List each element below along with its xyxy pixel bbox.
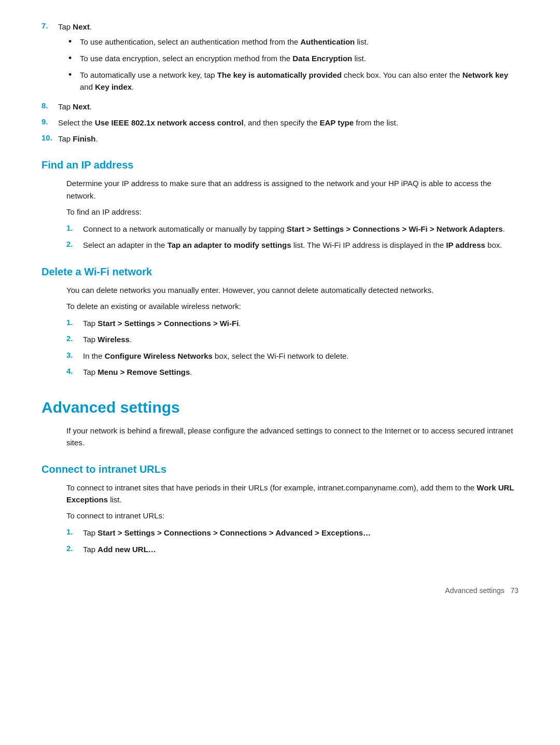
connect-intranet-step-2-text: Tap Add new URL…: [83, 545, 156, 554]
step-10-text: Tap Finish.: [58, 134, 98, 143]
delete-wifi-step-4: 4. Tap Menu > Remove Settings.: [66, 366, 519, 378]
delete-wifi-step-1-content: Tap Start > Settings > Connections > Wi-…: [83, 317, 519, 329]
bullet-1-text: To use authentication, select an authent…: [80, 36, 369, 48]
step-7: 7. Tap Next. • To use authentication, se…: [41, 21, 519, 96]
step-10-number: 10.: [41, 133, 58, 142]
delete-wifi-step-2-number: 2.: [66, 333, 83, 343]
bullet-dot-3: •: [68, 68, 80, 82]
bullet-dot-2: •: [68, 51, 80, 66]
delete-wifi-intro: To delete an existing or available wirel…: [66, 300, 519, 312]
step-9: 9. Select the Use IEEE 802.1x network ac…: [41, 117, 519, 129]
step-7-content: Tap Next. • To use authentication, selec…: [58, 21, 519, 96]
delete-wifi-heading: Delete a Wi-Fi network: [41, 266, 519, 278]
step-8-number: 8.: [41, 101, 58, 110]
advanced-settings-heading: Advanced settings: [41, 399, 519, 416]
find-ip-step-1: 1. Connect to a network automatically or…: [66, 223, 519, 235]
step-9-text: Select the Use IEEE 802.1x network acces…: [58, 118, 398, 127]
bullet-dot-1: •: [68, 35, 80, 49]
footer-page-number: 73: [510, 586, 519, 595]
step-8: 8. Tap Next.: [41, 101, 519, 113]
footer-label: Advanced settings: [445, 586, 504, 595]
delete-wifi-step-2-content: Tap Wireless.: [83, 333, 519, 345]
step-10: 10. Tap Finish.: [41, 133, 519, 145]
bullet-2: • To use data encryption, select an encr…: [68, 52, 519, 66]
find-ip-section: Find an IP address Determine your IP add…: [41, 159, 519, 251]
find-ip-step-2-number: 2.: [66, 239, 83, 248]
top-steps: 7. Tap Next. • To use authentication, se…: [41, 21, 519, 145]
delete-wifi-step-4-text: Tap Menu > Remove Settings.: [83, 368, 192, 376]
find-ip-intro: To find an IP address:: [66, 206, 519, 218]
step-7-number: 7.: [41, 21, 58, 30]
delete-wifi-step-4-content: Tap Menu > Remove Settings.: [83, 366, 519, 378]
delete-wifi-step-3-content: In the Configure Wireless Networks box, …: [83, 350, 519, 362]
delete-wifi-step-1: 1. Tap Start > Settings > Connections > …: [66, 317, 519, 329]
delete-wifi-step-1-number: 1.: [66, 317, 83, 327]
find-ip-step-2-content: Select an adapter in the Tap an adapter …: [83, 239, 519, 251]
connect-intranet-intro: To connect to intranet URLs:: [66, 510, 519, 522]
delete-wifi-step-2: 2. Tap Wireless.: [66, 333, 519, 345]
connect-intranet-para1: To connect to intranet sites that have p…: [66, 482, 519, 506]
find-ip-step-2-text: Select an adapter in the Tap an adapter …: [83, 241, 502, 249]
connect-intranet-step-1-text: Tap Start > Settings > Connections > Con…: [83, 528, 371, 537]
connect-intranet-step-2: 2. Tap Add new URL…: [66, 543, 519, 555]
find-ip-step-1-text: Connect to a network automatically or ma…: [83, 224, 505, 233]
connect-intranet-step-1: 1. Tap Start > Settings > Connections > …: [66, 527, 519, 539]
connect-intranet-heading: Connect to intranet URLs: [41, 463, 519, 475]
bullet-3: • To automatically use a network key, ta…: [68, 69, 519, 93]
find-ip-heading: Find an IP address: [41, 159, 519, 171]
advanced-settings-para1: If your network is behind a firewall, pl…: [66, 425, 519, 449]
delete-wifi-step-1-text: Tap Start > Settings > Connections > Wi-…: [83, 319, 241, 328]
page-footer: Advanced settings 73: [41, 586, 519, 595]
delete-wifi-step-3-text: In the Configure Wireless Networks box, …: [83, 352, 349, 360]
connect-intranet-step-1-content: Tap Start > Settings > Connections > Con…: [83, 527, 519, 539]
delete-wifi-step-4-number: 4.: [66, 366, 83, 375]
connect-intranet-steps: 1. Tap Start > Settings > Connections > …: [66, 527, 519, 555]
bullet-3-text: To automatically use a network key, tap …: [80, 69, 519, 93]
delete-wifi-step-3: 3. In the Configure Wireless Networks bo…: [66, 350, 519, 362]
step-9-content: Select the Use IEEE 802.1x network acces…: [58, 117, 519, 129]
connect-intranet-step-2-number: 2.: [66, 543, 83, 553]
connect-intranet-section: Connect to intranet URLs To connect to i…: [41, 463, 519, 555]
step-10-content: Tap Finish.: [58, 133, 519, 145]
bullet-1: • To use authentication, select an authe…: [68, 36, 519, 49]
step-7-text: Tap Next.: [58, 22, 92, 31]
find-ip-step-2: 2. Select an adapter in the Tap an adapt…: [66, 239, 519, 251]
find-ip-para1: Determine your IP address to make sure t…: [66, 177, 519, 202]
bullet-2-text: To use data encryption, select an encryp…: [80, 52, 366, 64]
connect-intranet-step-2-content: Tap Add new URL…: [83, 543, 519, 555]
delete-wifi-para1: You can delete networks you manually ent…: [66, 284, 519, 296]
delete-wifi-step-2-text: Tap Wireless.: [83, 335, 132, 344]
step-8-content: Tap Next.: [58, 101, 519, 113]
delete-wifi-step-3-number: 3.: [66, 350, 83, 359]
find-ip-step-1-number: 1.: [66, 223, 83, 232]
delete-wifi-section: Delete a Wi-Fi network You can delete ne…: [41, 266, 519, 378]
delete-wifi-steps: 1. Tap Start > Settings > Connections > …: [66, 317, 519, 378]
connect-intranet-step-1-number: 1.: [66, 527, 83, 536]
step-8-text: Tap Next.: [58, 102, 92, 111]
find-ip-step-1-content: Connect to a network automatically or ma…: [83, 223, 519, 235]
step-7-bullets: • To use authentication, select an authe…: [68, 36, 519, 93]
find-ip-steps: 1. Connect to a network automatically or…: [66, 223, 519, 251]
advanced-settings-section: Advanced settings If your network is beh…: [41, 399, 519, 449]
step-9-number: 9.: [41, 117, 58, 126]
